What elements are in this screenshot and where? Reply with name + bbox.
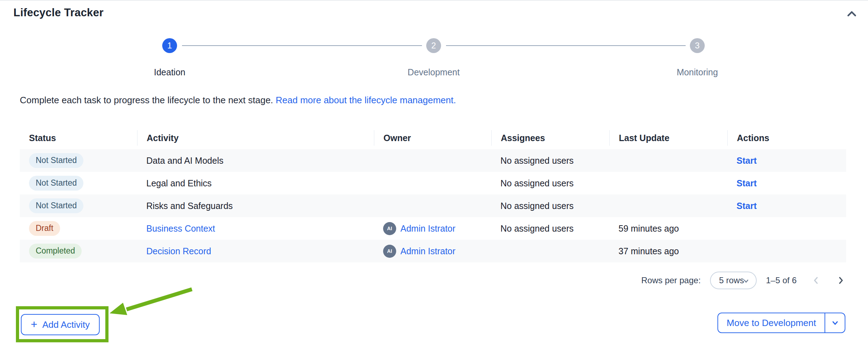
pagination-range: 1–5 of 6 — [766, 275, 797, 285]
activity-name: Risks and Safeguards — [146, 201, 233, 211]
move-options-dropdown-button[interactable] — [825, 313, 845, 332]
plus-icon: + — [31, 319, 37, 330]
last-update-text: 37 minutes ago — [618, 246, 679, 256]
move-to-development-button[interactable]: Move to Development — [718, 313, 825, 332]
start-action-link[interactable]: Start — [737, 178, 757, 188]
column-header-actions: Actions — [727, 130, 846, 146]
step-circle-ideation: 1 — [162, 38, 177, 53]
activities-table: Status Activity Owner Assignees Last Upd… — [20, 127, 846, 262]
assignees-text: No assigned users — [500, 156, 574, 166]
rows-per-page-value: 5 rows — [719, 275, 744, 285]
table-row: Completed Decision Record AI Admin Istra… — [20, 240, 846, 262]
step-label-development: Development — [407, 67, 459, 77]
start-action-link[interactable]: Start — [737, 201, 757, 211]
assignees-text: No assigned users — [500, 201, 574, 211]
table-header: Status Activity Owner Assignees Last Upd… — [20, 127, 846, 149]
assignees-text: No assigned users — [500, 178, 574, 188]
table-row: Not Started Risks and Safeguards No assi… — [20, 194, 846, 217]
chevron-down-icon — [743, 278, 750, 285]
previous-page-button[interactable] — [811, 275, 821, 286]
activity-name: Data and AI Models — [146, 156, 223, 166]
step-label-ideation: Ideation — [154, 67, 186, 77]
start-action-link[interactable]: Start — [737, 156, 757, 166]
lifecycle-stepper: 1 2 3 Ideation Development Monitoring — [0, 1, 868, 86]
table-pagination: Rows per page: 5 rows 1–5 of 6 — [641, 272, 846, 289]
next-page-button[interactable] — [835, 275, 846, 286]
rows-per-page-label: Rows per page: — [641, 275, 700, 285]
owner-name-link[interactable]: Admin Istrator — [400, 223, 456, 234]
table-row: Not Started Legal and Ethics No assigned… — [20, 172, 846, 194]
step-number: 1 — [167, 41, 172, 51]
activity-name: Legal and Ethics — [146, 178, 212, 188]
move-to-development-split-button: Move to Development — [717, 313, 845, 333]
column-header-last-update: Last Update — [609, 130, 727, 146]
stepper-connector-1 — [182, 45, 422, 46]
table-row: Draft Business Context AI Admin Istrator… — [20, 217, 846, 240]
add-activity-label: Add Activity — [42, 319, 90, 330]
step-label-monitoring: Monitoring — [677, 67, 718, 77]
chevron-down-icon — [830, 318, 840, 328]
step-number: 3 — [695, 41, 699, 51]
status-badge: Draft — [29, 221, 60, 236]
read-more-link[interactable]: Read more about the lifecycle management… — [276, 95, 456, 105]
move-to-development-label: Move to Development — [727, 318, 816, 329]
assignees-text: No assigned users — [500, 223, 574, 234]
status-badge: Not Started — [29, 176, 83, 191]
activity-link[interactable]: Decision Record — [146, 246, 211, 256]
last-update-text: 59 minutes ago — [618, 223, 679, 234]
stage-description: Complete each task to progress the lifec… — [20, 95, 456, 106]
status-badge: Completed — [29, 244, 82, 258]
owner-avatar: AI — [383, 245, 396, 258]
lifecycle-tracker-panel: Lifecycle Tracker 1 2 3 Ideation Develop… — [0, 0, 868, 343]
column-header-activity: Activity — [137, 130, 374, 146]
status-badge: Not Started — [29, 198, 83, 213]
status-badge: Not Started — [29, 153, 83, 168]
column-header-owner: Owner — [374, 130, 491, 146]
stepper-connector-2 — [446, 45, 686, 46]
owner-name-link[interactable]: Admin Istrator — [400, 246, 456, 256]
owner-avatar: AI — [383, 222, 396, 235]
column-header-assignees: Assignees — [491, 130, 609, 146]
step-circle-development: 2 — [426, 38, 441, 53]
rows-per-page-select[interactable]: 5 rows — [710, 272, 757, 289]
add-activity-button[interactable]: + Add Activity — [21, 314, 100, 335]
step-circle-monitoring: 3 — [690, 38, 705, 53]
step-number: 2 — [431, 41, 436, 51]
activity-link[interactable]: Business Context — [146, 223, 215, 234]
column-header-status: Status — [20, 130, 137, 146]
annotation-arrow — [106, 277, 198, 319]
description-text: Complete each task to progress the lifec… — [20, 95, 273, 105]
table-row: Not Started Data and AI Models No assign… — [20, 149, 846, 172]
